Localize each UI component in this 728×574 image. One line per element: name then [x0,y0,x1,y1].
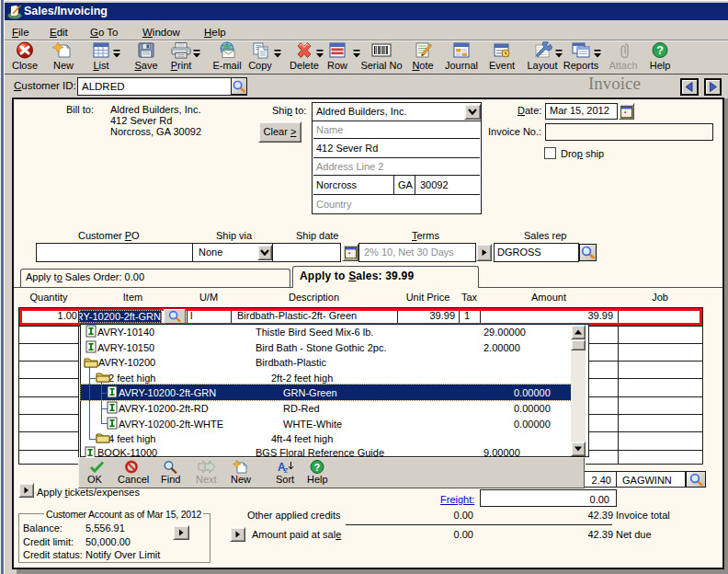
svg-text:?: ? [314,462,320,473]
svg-text:?: ? [656,44,664,57]
svg-text:z: z [284,465,289,474]
